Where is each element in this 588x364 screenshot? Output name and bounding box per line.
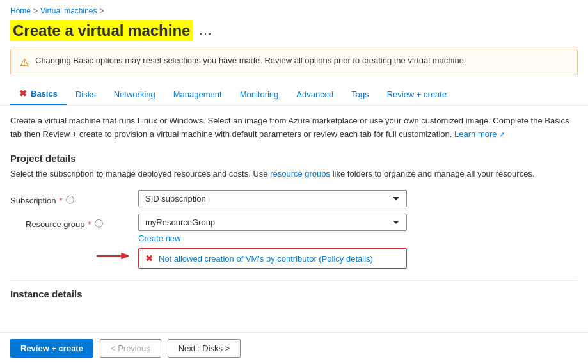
- project-details-desc: Select the subscription to manage deploy…: [10, 168, 578, 180]
- tab-advanced[interactable]: Advanced: [287, 84, 342, 104]
- resource-group-select-wrapper: myResourceGroup: [138, 214, 407, 231]
- subscription-control: SID subscription: [138, 190, 578, 207]
- basics-error-icon: ✖: [19, 88, 27, 99]
- subscription-label: Subscription * ⓘ: [10, 190, 138, 206]
- create-new-link[interactable]: Create new: [138, 233, 578, 243]
- bottom-bar: Review + create < Previous Next : Disks …: [0, 332, 588, 364]
- resource-group-select[interactable]: myResourceGroup: [138, 214, 407, 231]
- tab-networking-label: Networking: [114, 90, 155, 99]
- resource-group-row: Resource group * ⓘ myResourceGroup Creat…: [10, 214, 578, 269]
- breadcrumb-home[interactable]: Home: [10, 6, 31, 15]
- subscription-info-icon[interactable]: ⓘ: [66, 194, 74, 206]
- page-title: Create a virtual machine: [10, 20, 193, 41]
- resource-group-container: Resource group * ⓘ myResourceGroup Creat…: [10, 214, 578, 269]
- tab-monitoring[interactable]: Monitoring: [231, 84, 288, 104]
- learn-more-link[interactable]: Learn more: [454, 129, 505, 139]
- tab-tags[interactable]: Tags: [342, 84, 377, 104]
- tab-review-create[interactable]: Review + create: [378, 84, 456, 104]
- warning-text: Changing Basic options may reset selecti…: [35, 56, 466, 65]
- error-arrow-icon: [97, 246, 129, 265]
- tab-tags-label: Tags: [351, 90, 369, 99]
- instance-details-title: Instance details: [10, 289, 578, 299]
- subscription-select[interactable]: SID subscription: [138, 190, 407, 207]
- error-box: ✖ Not allowed creation of VM's by contri…: [138, 248, 407, 269]
- previous-button[interactable]: < Previous: [100, 339, 161, 358]
- tabs-container: ✖ Basics Disks Networking Management Mon…: [0, 83, 588, 106]
- project-details-title: Project details: [10, 153, 578, 164]
- next-disks-button[interactable]: Next : Disks >: [168, 339, 241, 358]
- error-circle-icon: ✖: [145, 253, 154, 264]
- page-title-row: Create a virtual machine ...: [0, 18, 588, 49]
- tab-disks-label: Disks: [75, 90, 96, 99]
- ellipsis-menu-button[interactable]: ...: [199, 24, 212, 38]
- tab-networking[interactable]: Networking: [105, 84, 164, 104]
- breadcrumb-separator-2: >: [100, 6, 104, 15]
- breadcrumb-virtual-machines[interactable]: Virtual machines: [40, 6, 97, 15]
- resource-group-label: Resource group * ⓘ: [10, 214, 138, 230]
- tab-basics[interactable]: ✖ Basics: [10, 83, 67, 105]
- resource-group-required: *: [88, 219, 91, 229]
- subscription-required: *: [60, 196, 63, 205]
- warning-icon: ⚠: [20, 56, 29, 68]
- description-text: Create a virtual machine that runs Linux…: [10, 115, 578, 141]
- warning-banner: ⚠ Changing Basic options may reset selec…: [10, 49, 578, 75]
- project-details-section: Project details Select the subscription …: [10, 153, 578, 269]
- content-area: Create a virtual machine that runs Linux…: [0, 106, 588, 312]
- breadcrumb-separator-1: >: [33, 6, 38, 15]
- tab-review-create-label: Review + create: [387, 90, 447, 99]
- tab-management-label: Management: [173, 90, 222, 99]
- tab-disks[interactable]: Disks: [67, 84, 105, 104]
- tab-management[interactable]: Management: [164, 84, 231, 104]
- breadcrumb: Home > Virtual machines >: [0, 0, 588, 18]
- instance-details-section: Instance details: [10, 280, 578, 299]
- error-container: ✖ Not allowed creation of VM's by contri…: [138, 243, 578, 269]
- subscription-row: Subscription * ⓘ SID subscription: [10, 190, 578, 207]
- resource-group-control: myResourceGroup Create new: [138, 214, 578, 269]
- resource-group-label-text: Resource group: [26, 219, 85, 229]
- error-message-link[interactable]: Not allowed creation of VM's by contribu…: [159, 254, 373, 264]
- resource-group-info-icon[interactable]: ⓘ: [95, 218, 103, 230]
- subscription-label-text: Subscription: [10, 196, 56, 205]
- tab-monitoring-label: Monitoring: [240, 90, 279, 99]
- resource-groups-link[interactable]: resource groups: [270, 169, 330, 178]
- subscription-select-wrapper: SID subscription: [138, 190, 407, 207]
- review-create-button[interactable]: Review + create: [10, 339, 93, 358]
- tab-advanced-label: Advanced: [296, 90, 333, 99]
- tab-basics-label: Basics: [31, 89, 58, 99]
